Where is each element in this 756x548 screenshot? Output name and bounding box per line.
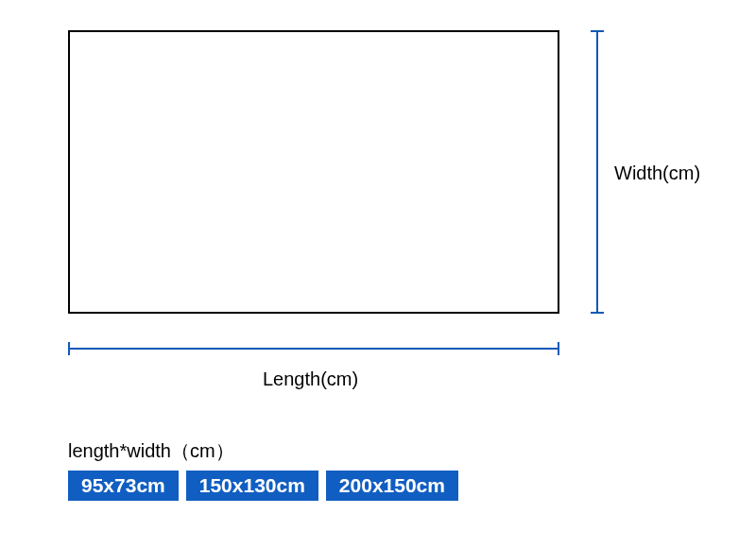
width-bracket-line [596,30,598,314]
diagram-container: Width(cm) Length(cm) length*width（cm） 95… [0,0,756,548]
dimension-rectangle [68,30,559,314]
length-axis-label: Length(cm) [263,368,358,390]
length-bracket-cap-right [558,342,559,355]
length-dimension-bracket [68,342,559,355]
length-bracket-line [68,348,559,350]
width-dimension-bracket [591,30,604,314]
size-options-title: length*width（cm） [68,438,234,464]
width-axis-label: Width(cm) [614,163,700,184]
size-option-2[interactable]: 150x130cm [186,471,318,501]
size-option-3[interactable]: 200x150cm [326,471,458,501]
size-option-1[interactable]: 95x73cm [68,471,179,501]
width-bracket-cap-bottom [591,312,604,314]
size-options-row: 95x73cm 150x130cm 200x150cm [68,471,458,501]
